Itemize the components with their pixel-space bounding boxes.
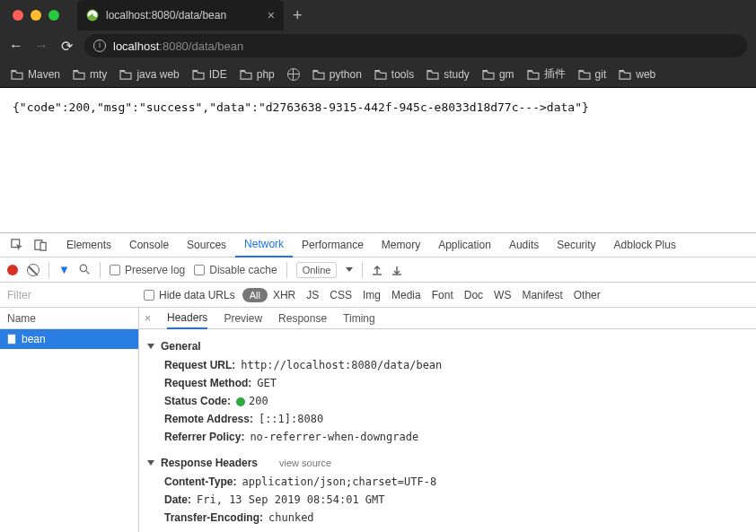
- detail-tab-timing[interactable]: Timing: [343, 308, 375, 329]
- browser-tab[interactable]: localhost:8080/data/bean ×: [77, 0, 284, 31]
- upload-har-icon[interactable]: [372, 265, 382, 275]
- svg-rect-3: [40, 242, 46, 250]
- request-list-header[interactable]: Name: [0, 308, 138, 329]
- devtools-tab-security[interactable]: Security: [548, 233, 604, 257]
- folder-icon: [374, 69, 387, 80]
- filter-toggle-icon[interactable]: ▼: [58, 263, 70, 276]
- clear-button[interactable]: [27, 264, 40, 276]
- filter-type-doc[interactable]: Doc: [459, 289, 488, 301]
- bookmark-item[interactable]: java web: [119, 68, 179, 81]
- url-text: localhost:8080/data/bean: [113, 39, 243, 53]
- folder-icon: [578, 69, 591, 80]
- preserve-log-checkbox[interactable]: Preserve log: [110, 264, 185, 276]
- detail-tab-headers[interactable]: Headers: [167, 308, 207, 329]
- hide-data-urls-checkbox[interactable]: Hide data URLs: [144, 289, 235, 301]
- bookmark-label: python: [330, 68, 362, 81]
- bookmark-item[interactable]: mty: [73, 68, 107, 81]
- devtools-tab-memory[interactable]: Memory: [373, 233, 429, 257]
- bookmark-item[interactable]: Maven: [11, 68, 60, 81]
- close-window-button[interactable]: [13, 10, 23, 21]
- filter-type-js[interactable]: JS: [301, 289, 324, 301]
- filter-type-img[interactable]: Img: [357, 289, 386, 301]
- detail-tab-preview[interactable]: Preview: [224, 308, 262, 329]
- preserve-log-label: Preserve log: [125, 264, 185, 276]
- bookmark-item[interactable]: php: [240, 68, 275, 81]
- bookmark-item[interactable]: 插件: [527, 66, 566, 82]
- close-tab-icon[interactable]: ×: [268, 8, 275, 22]
- bookmark-item[interactable]: [287, 68, 300, 81]
- transfer-encoding-value: chunked: [268, 511, 314, 524]
- window-controls: [7, 10, 68, 21]
- download-har-icon[interactable]: [391, 265, 402, 275]
- devtools-tab-performance[interactable]: Performance: [293, 233, 373, 257]
- devtools-tab-console[interactable]: Console: [120, 233, 178, 257]
- record-button[interactable]: [7, 265, 18, 275]
- throttle-dropdown-icon[interactable]: [346, 267, 353, 272]
- filter-type-media[interactable]: Media: [386, 289, 426, 301]
- site-info-icon[interactable]: i: [93, 39, 106, 52]
- bookmark-item[interactable]: IDE: [192, 68, 227, 81]
- detail-tab-response[interactable]: Response: [278, 308, 327, 329]
- filter-input[interactable]: Filter: [0, 289, 144, 301]
- view-source-link[interactable]: view source: [279, 458, 331, 468]
- general-header[interactable]: General: [148, 336, 747, 356]
- devtools-tab-elements[interactable]: Elements: [57, 233, 120, 257]
- headers-section: General Request URL:http://localhost:808…: [139, 329, 756, 532]
- divider: [48, 262, 49, 278]
- devtools-tab-sources[interactable]: Sources: [178, 233, 235, 257]
- folder-icon: [312, 69, 325, 80]
- throttle-select[interactable]: Online: [296, 262, 338, 278]
- device-toolbar-icon[interactable]: [34, 239, 47, 251]
- filter-all-pill[interactable]: All: [242, 288, 268, 302]
- request-list: Name bean: [0, 308, 139, 532]
- devtools-tabs: ElementsConsoleSourcesNetworkPerformance…: [0, 233, 756, 257]
- devtools-tab-network[interactable]: Network: [235, 233, 293, 257]
- bookmark-item[interactable]: git: [578, 68, 607, 81]
- filter-type-manifest[interactable]: Manifest: [516, 289, 567, 301]
- filter-type-xhr[interactable]: XHR: [268, 289, 301, 301]
- bookmark-item[interactable]: web: [619, 68, 655, 81]
- devtools-tab-audits[interactable]: Audits: [500, 233, 548, 257]
- response-body-text: {"code":200,"msg":"success","data":"d276…: [13, 100, 589, 114]
- spring-favicon-icon: [86, 9, 99, 22]
- bookmark-item[interactable]: python: [312, 68, 362, 81]
- bookmark-item[interactable]: gm: [482, 68, 514, 81]
- request-name: bean: [22, 333, 46, 345]
- divider: [286, 262, 287, 278]
- forward-button[interactable]: →: [34, 38, 48, 54]
- inspect-element-icon[interactable]: [11, 239, 23, 251]
- search-icon[interactable]: [79, 264, 91, 275]
- filter-type-ws[interactable]: WS: [488, 289, 516, 301]
- request-detail: × HeadersPreviewResponseTiming General R…: [139, 308, 756, 532]
- bookmark-item[interactable]: tools: [374, 68, 414, 81]
- divider: [362, 262, 363, 278]
- new-tab-button[interactable]: +: [284, 6, 312, 25]
- disclosure-triangle-icon: [147, 460, 154, 466]
- folder-icon: [11, 69, 23, 80]
- devtools-tab-application[interactable]: Application: [429, 233, 500, 257]
- bookmark-label: tools: [391, 68, 414, 81]
- maximize-window-button[interactable]: [48, 10, 59, 21]
- close-detail-icon[interactable]: ×: [145, 312, 154, 325]
- filter-type-other[interactable]: Other: [568, 289, 606, 301]
- disclosure-triangle-icon: [147, 344, 154, 349]
- minimize-window-button[interactable]: [31, 10, 41, 21]
- page-content: {"code":200,"msg":"success","data":"d276…: [0, 88, 756, 232]
- network-body: Name bean × HeadersPreviewResponseTiming…: [0, 308, 756, 532]
- bookmark-item[interactable]: study: [426, 68, 470, 81]
- browser-toolbar: ← → ⟳ i localhost:8080/data/bean: [0, 31, 756, 61]
- folder-icon: [240, 69, 252, 80]
- address-bar[interactable]: i localhost:8080/data/bean: [84, 34, 747, 57]
- filter-type-css[interactable]: CSS: [324, 289, 357, 301]
- request-row[interactable]: bean: [0, 329, 138, 349]
- request-detail-tabs: × HeadersPreviewResponseTiming: [139, 308, 756, 329]
- disable-cache-checkbox[interactable]: Disable cache: [194, 264, 277, 276]
- filter-type-font[interactable]: Font: [426, 289, 459, 301]
- response-headers-header[interactable]: Response Headersview source: [148, 453, 747, 473]
- reload-button[interactable]: ⟳: [59, 38, 74, 55]
- back-button[interactable]: ←: [9, 38, 23, 54]
- folder-icon: [73, 69, 85, 80]
- devtools-tab-adblock-plus[interactable]: Adblock Plus: [605, 233, 685, 257]
- remote-address-key: Remote Address:: [164, 413, 253, 425]
- date-value: Fri, 13 Sep 2019 08:54:01 GMT: [197, 493, 385, 506]
